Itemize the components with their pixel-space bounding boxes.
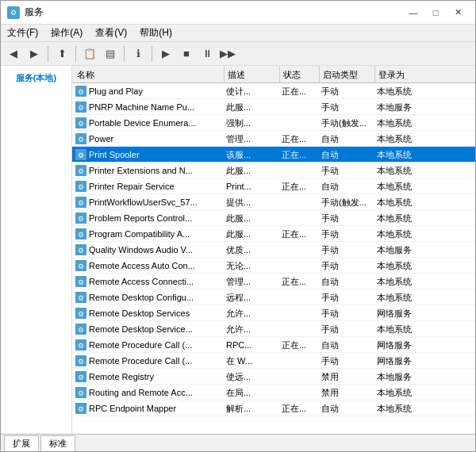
resume-button[interactable]: ▶▶	[218, 44, 237, 63]
menu-item-h[interactable]: 帮助(H)	[133, 25, 178, 41]
header-desc[interactable]: 描述	[225, 66, 280, 83]
service-name-cell: ⚙PrintWorkflowUserSvc_57...	[72, 194, 223, 210]
table-row[interactable]: ⚙RPC Endpoint Mapper解析...正在...自动本地系统	[72, 400, 475, 416]
service-login-cell: 本地服务	[374, 99, 437, 115]
services-window: ⚙ 服务 — □ ✕ 文件(F)操作(A)查看(V)帮助(H) ◀ ▶ ⬆ 📋 …	[0, 0, 476, 452]
table-row[interactable]: ⚙Remote Desktop Service...允许...手动本地系统	[72, 321, 475, 337]
service-desc-cell: 强制...	[223, 115, 278, 131]
service-icon: ⚙	[75, 339, 86, 350]
header-name[interactable]: 名称	[74, 66, 225, 83]
table-row[interactable]: ⚙Routing and Remote Acc...在局...禁用本地系统	[72, 385, 475, 400]
table-row[interactable]: ⚙Remote Procedure Call (...在 W...手动网络服务	[72, 353, 475, 369]
service-name-text: Problem Reports Control...	[89, 213, 192, 223]
service-status-cell	[278, 210, 318, 226]
back-button[interactable]: ◀	[4, 44, 23, 63]
service-icon: ⚙	[75, 228, 86, 239]
table-row[interactable]: ⚙Remote Desktop Services允许...手动网络服务	[72, 305, 475, 321]
title-controls: — □ ✕	[402, 4, 469, 21]
table-row[interactable]: ⚙Print Spooler该服...正在...自动本地系统	[72, 147, 475, 163]
service-login-cell: 本地系统	[374, 226, 437, 242]
sidebar: 服务(本地)	[1, 66, 72, 434]
service-login-cell: 本地系统	[374, 385, 437, 400]
service-status-cell	[278, 305, 318, 321]
service-status-cell	[278, 194, 318, 210]
table-row[interactable]: ⚙Remote Access Connecti...管理...正在...自动本地…	[72, 274, 475, 289]
service-icon: ⚙	[75, 371, 86, 382]
table-row[interactable]: ⚙Quality Windows Audio V...优质...手动本地服务	[72, 242, 475, 258]
service-desc-cell: 提供...	[223, 194, 278, 210]
tab-standard[interactable]: 标准	[40, 435, 75, 451]
table-row[interactable]: ⚙Remote Procedure Call (...RPC...正在...自动…	[72, 337, 475, 353]
service-status-cell	[278, 242, 318, 258]
service-name-cell: ⚙Remote Access Connecti...	[72, 274, 223, 289]
service-name-text: Printer Repair Service	[89, 182, 175, 191]
service-startup-cell: 禁用	[318, 385, 374, 400]
service-login-cell: 本地系统	[374, 83, 437, 99]
svg-text:⚙: ⚙	[78, 342, 84, 350]
list-button[interactable]: ▤	[101, 44, 120, 63]
stop-button[interactable]: ■	[177, 44, 196, 63]
service-startup-cell: 自动	[318, 400, 374, 416]
table-row[interactable]: ⚙Power管理...正在...自动本地系统	[72, 131, 475, 147]
table-row[interactable]: ⚙Portable Device Enumera...强制...手动(触发...…	[72, 115, 475, 131]
services-table-body[interactable]: ⚙Plug and Play使计...正在...手动本地系统⚙PNRP Mach…	[72, 83, 475, 434]
table-row[interactable]: ⚙PNRP Machine Name Pu...此服...手动本地服务	[72, 99, 475, 115]
menu-item-a[interactable]: 操作(A)	[44, 25, 89, 41]
service-desc-cell: 此服...	[223, 226, 278, 242]
service-name-text: Printer Extensions and N...	[89, 166, 193, 175]
service-status-cell	[278, 258, 318, 274]
up-button[interactable]: ⬆	[52, 44, 71, 63]
menu-item-v[interactable]: 查看(V)	[89, 25, 133, 41]
menu-item-f[interactable]: 文件(F)	[1, 25, 44, 41]
service-desc-cell: RPC...	[223, 337, 278, 353]
header-status[interactable]: 状态	[280, 66, 320, 83]
toolbar-separator-1	[48, 46, 48, 62]
show-hide-button[interactable]: 📋	[80, 44, 99, 63]
service-desc-cell: 远程...	[223, 289, 278, 305]
service-status-cell: 正在...	[278, 178, 318, 194]
service-startup-cell: 自动	[318, 147, 374, 163]
service-desc-cell: 管理...	[223, 131, 278, 147]
service-login-cell: 本地系统	[374, 163, 437, 178]
header-startup[interactable]: 启动类型	[320, 66, 375, 83]
table-row[interactable]: ⚙Problem Reports Control...此服...手动本地系统	[72, 210, 475, 226]
table-row[interactable]: ⚙Remote Registry使远...禁用本地服务	[72, 369, 475, 385]
table-row[interactable]: ⚙Remote Desktop Configu...远程...手动本地系统	[72, 289, 475, 305]
toolbar-separator-4	[152, 46, 152, 62]
forward-button[interactable]: ▶	[25, 44, 44, 63]
service-startup-cell: 自动	[318, 178, 374, 194]
table-row[interactable]: ⚙Printer Extensions and N...此服...手动本地系统	[72, 163, 475, 178]
service-startup-cell: 手动	[318, 83, 374, 99]
service-icon: ⚙	[75, 260, 86, 271]
service-name-cell: ⚙Remote Desktop Services	[72, 305, 223, 321]
properties-button[interactable]: ℹ	[129, 44, 148, 63]
minimize-button[interactable]: —	[402, 4, 424, 21]
service-status-cell	[278, 369, 318, 385]
service-login-cell: 网络服务	[374, 353, 437, 369]
service-name-text: Portable Device Enumera...	[89, 118, 196, 128]
table-row[interactable]: ⚙Remote Access Auto Con...无论...手动本地系统	[72, 258, 475, 274]
service-desc-cell: 此服...	[223, 210, 278, 226]
toolbar: ◀ ▶ ⬆ 📋 ▤ ℹ ▶ ■ ⏸ ▶▶	[1, 42, 475, 66]
table-row[interactable]: ⚙PrintWorkflowUserSvc_57...提供...手动(触发...…	[72, 194, 475, 210]
service-startup-cell: 手动	[318, 242, 374, 258]
table-row[interactable]: ⚙Plug and Play使计...正在...手动本地系统	[72, 83, 475, 99]
service-name-text: Remote Procedure Call (...	[89, 340, 192, 350]
service-login-cell: 本地系统	[374, 178, 437, 194]
menu-bar: 文件(F)操作(A)查看(V)帮助(H)	[1, 25, 475, 42]
maximize-button[interactable]: □	[424, 4, 447, 21]
service-status-cell: 正在...	[278, 147, 318, 163]
service-login-cell: 本地系统	[374, 147, 437, 163]
service-name-text: Quality Windows Audio V...	[89, 245, 193, 255]
svg-text:⚙: ⚙	[78, 215, 84, 223]
service-name-cell: ⚙Portable Device Enumera...	[72, 115, 223, 131]
service-desc-cell: Print...	[223, 178, 278, 194]
pause-button[interactable]: ⏸	[198, 44, 217, 63]
start-button[interactable]: ▶	[156, 44, 175, 63]
tab-extended[interactable]: 扩展	[4, 435, 39, 451]
table-row[interactable]: ⚙Printer Repair ServicePrint...正在...自动本地…	[72, 178, 475, 194]
table-row[interactable]: ⚙Program Compatibility A...此服...正在...手动本…	[72, 226, 475, 242]
close-button[interactable]: ✕	[447, 4, 469, 21]
title-bar-left: ⚙ 服务	[7, 6, 44, 19]
header-login[interactable]: 登录为	[375, 66, 439, 83]
